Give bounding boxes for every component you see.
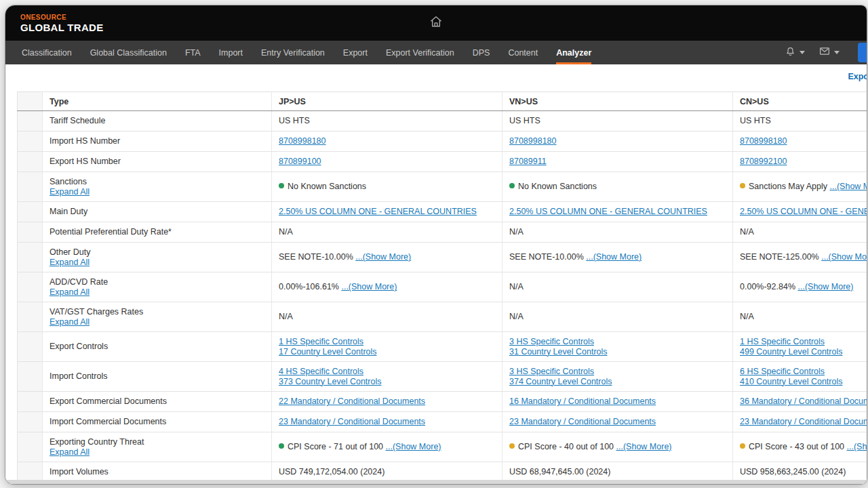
- expand-all-link[interactable]: Expand All: [50, 258, 90, 268]
- brand-onesource: ONESOURCE: [20, 14, 104, 21]
- cell-link[interactable]: ...(Show More): [355, 252, 411, 262]
- cell-link[interactable]: ...(Show More): [830, 182, 867, 192]
- nav-tab-fta[interactable]: FTA: [185, 41, 201, 64]
- cell-link[interactable]: ...(Show More): [386, 442, 441, 452]
- expand-all-link[interactable]: Expand All: [50, 317, 90, 327]
- table-row: Tariff ScheduleUS HTSUS HTSUS HTS: [18, 111, 867, 131]
- value-cell: 0.00%-106.61% ...(Show More): [272, 272, 502, 302]
- messages-button[interactable]: [814, 45, 844, 60]
- row-label: Export Commercial Documents: [50, 396, 264, 407]
- value-cell: N/A: [502, 222, 733, 243]
- value-cell: CPI Score - 71 out of 100 ...(Show More): [272, 432, 502, 462]
- cell-link[interactable]: ...(Show More): [797, 282, 853, 292]
- row-label-cell: Import Commercial Documents: [43, 412, 272, 432]
- cell-link[interactable]: 2.50% US COLUMN ONE - GENERAL COUNTRIES: [509, 207, 707, 217]
- nav-tab-dps[interactable]: DPS: [473, 41, 490, 64]
- row-handle: [18, 432, 43, 462]
- value-cell: 8708998180: [272, 131, 502, 152]
- cell-text: SEE NOTE-10.00%: [279, 252, 355, 262]
- cell-link[interactable]: 23 Mandatory / Conditional Documents: [740, 417, 867, 427]
- nav-tab-global-classification[interactable]: Global Classification: [90, 41, 167, 64]
- nav-tab-content[interactable]: Content: [508, 41, 538, 64]
- brand-global-trade: GLOBAL TRADE: [20, 22, 104, 33]
- cell-link[interactable]: 410 Country Level Controls: [740, 377, 842, 387]
- cell-link[interactable]: 8708992100: [740, 157, 787, 167]
- cell-link[interactable]: 374 Country Level Controls: [509, 377, 612, 387]
- value-cell: Sanctions May Apply ...(Show More): [733, 172, 867, 202]
- cell-link[interactable]: 22 Mandatory / Conditional Documents: [279, 396, 425, 407]
- table-row: Export Controls1 HS Specific Controls17 …: [18, 332, 867, 362]
- status-dot-green: [509, 183, 515, 188]
- export-results-link[interactable]: Export: [848, 72, 867, 81]
- row-handle: [18, 412, 43, 432]
- value-cell: US HTS: [272, 111, 502, 131]
- comparison-table-body: Tariff ScheduleUS HTSUS HTSUS HTSImport …: [18, 111, 867, 483]
- user-menu-button[interactable]: [858, 43, 867, 62]
- row-label: ADD/CVD Rate: [50, 277, 264, 287]
- home-button[interactable]: [429, 15, 443, 31]
- cell-link[interactable]: 16 Mandatory / Conditional Documents: [509, 396, 656, 407]
- value-cell: N/A: [733, 222, 867, 243]
- value-cell: SEE NOTE-10.00% ...(Show More): [502, 243, 733, 272]
- row-label: Sanctions: [50, 177, 264, 187]
- horizontal-scrollbar[interactable]: [5, 480, 867, 484]
- value-cell: USD 68,947,645.00 (2024): [502, 462, 733, 483]
- column-header: VN>US: [502, 92, 733, 111]
- cell-link[interactable]: 23 Mandatory / Conditional Documents: [509, 417, 656, 427]
- nav-tab-entry-verification[interactable]: Entry Verification: [261, 41, 325, 64]
- row-handle: [18, 332, 43, 362]
- expand-all-link[interactable]: Expand All: [50, 187, 90, 197]
- nav-tab-export[interactable]: Export: [343, 41, 368, 64]
- cell-link[interactable]: 4 HS Specific Controls: [279, 367, 363, 377]
- envelope-icon: [818, 45, 831, 60]
- cell-link[interactable]: 8708998180: [279, 136, 326, 146]
- table-row: Import Controls4 HS Specific Controls373…: [18, 362, 867, 392]
- table-row: Other DutyExpand AllSEE NOTE-10.00% ...(…: [18, 243, 867, 272]
- nav-tab-export-verification[interactable]: Export Verification: [386, 41, 454, 64]
- cell-link[interactable]: 870899100: [279, 157, 321, 167]
- cell-link[interactable]: 8708998180: [740, 136, 787, 146]
- row-label: Import Volumes: [50, 467, 264, 477]
- chevron-down-icon: [800, 51, 805, 54]
- cell-link[interactable]: ...(Show More): [847, 442, 867, 452]
- cell-link[interactable]: 2.50% US COLUMN ONE - GENERAL COUNTRIES: [740, 207, 867, 217]
- cell-link[interactable]: 36 Mandatory / Conditional Documents: [740, 396, 867, 407]
- column-header: JP>US: [272, 92, 502, 111]
- row-label: Potential Preferential Duty Rate*: [50, 227, 264, 237]
- row-label: Import HS Number: [50, 136, 264, 146]
- cell-link[interactable]: 6 HS Specific Controls: [740, 367, 825, 377]
- cell-link[interactable]: ...(Show More): [341, 282, 397, 292]
- nav-tab-classification[interactable]: Classification: [22, 41, 72, 64]
- cell-link[interactable]: ...(Show More): [821, 252, 867, 262]
- value-cell: 2.50% US COLUMN ONE - GENERAL COUNTRIES: [733, 202, 867, 222]
- value-cell: 1 HS Specific Controls499 Country Level …: [733, 332, 867, 362]
- cell-link[interactable]: 23 Mandatory / Conditional Documents: [279, 417, 425, 427]
- cell-link[interactable]: 8708998180: [509, 136, 557, 146]
- cell-link[interactable]: 3 HS Specific Controls: [509, 337, 594, 347]
- row-label: Import Controls: [50, 371, 264, 382]
- cell-link[interactable]: 2.50% US COLUMN ONE - GENERAL COUNTRIES: [279, 207, 477, 217]
- expand-all-link[interactable]: Expand All: [50, 447, 90, 458]
- cell-link[interactable]: ...(Show More): [616, 442, 672, 452]
- cell-link[interactable]: 499 Country Level Controls: [740, 347, 842, 357]
- value-cell: 2.50% US COLUMN ONE - GENERAL COUNTRIES: [272, 202, 502, 222]
- cell-link[interactable]: 31 Country Level Controls: [509, 347, 608, 357]
- notifications-button[interactable]: [781, 45, 809, 60]
- cell-link[interactable]: 1 HS Specific Controls: [279, 337, 363, 347]
- value-cell: 23 Mandatory / Conditional Documents: [733, 412, 867, 432]
- nav-tab-import[interactable]: Import: [219, 41, 243, 64]
- value-cell: N/A: [272, 222, 502, 243]
- app-window: ONESOURCE GLOBAL TRADE ClassificationGlo…: [5, 5, 867, 484]
- type-column-header: Type: [43, 92, 272, 111]
- value-cell: CPI Score - 40 out of 100 ...(Show More): [502, 432, 733, 462]
- cell-link[interactable]: 87089911: [509, 157, 547, 167]
- cell-link[interactable]: 17 Country Level Controls: [279, 347, 377, 357]
- cell-link[interactable]: 3 HS Specific Controls: [509, 367, 594, 377]
- cell-link[interactable]: 373 Country Level Controls: [279, 377, 381, 387]
- row-label: VAT/GST Charges Rates: [50, 307, 264, 317]
- expand-all-link[interactable]: Expand All: [50, 287, 90, 298]
- nav-tab-analyzer[interactable]: Analyzer: [556, 41, 591, 64]
- cell-link[interactable]: 1 HS Specific Controls: [740, 337, 825, 347]
- row-label-cell: Tariff Schedule: [43, 111, 272, 131]
- cell-link[interactable]: ...(Show More): [586, 252, 642, 262]
